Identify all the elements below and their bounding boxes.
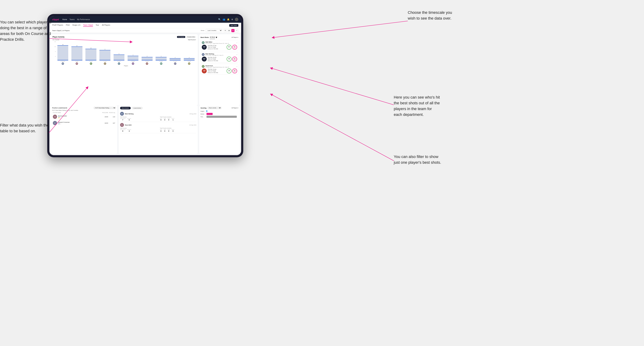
subnav-pgat[interactable]: PGAT Players: [52, 24, 63, 27]
player-avatar-1: BM: [62, 62, 64, 65]
subnav-team-clippd[interactable]: Team Clippd: [83, 24, 93, 27]
shot-chevron-3[interactable]: ›: [236, 65, 237, 67]
users-icon[interactable]: 👥: [222, 18, 225, 21]
all-players-label: All Players: [232, 37, 237, 38]
table-view-icon[interactable]: ▦: [228, 29, 231, 32]
least-active-tab[interactable]: Least Active: [132, 107, 143, 109]
shot-badge-label-2: SG: [204, 59, 205, 60]
all-shots-tab[interactable]: All Shots: [210, 36, 215, 39]
x-label-3: D. Ford: [84, 61, 98, 62]
bar-9: [170, 58, 180, 60]
players-filter-chevron: ▾: [238, 37, 238, 38]
shot-chevron-2[interactable]: ›: [236, 54, 237, 56]
birdies-bar-container: 96: [206, 113, 238, 115]
shot-badge-2: 200 SG: [202, 57, 207, 61]
scoring-all-players-label: All Players: [232, 107, 237, 109]
most-active-tab[interactable]: Most Active: [120, 107, 131, 109]
pb-col-headers: PLAYER NAME PB SCORE PB AVG SQ: [52, 112, 116, 113]
ma-player-info-2: RB Rees Britt: [120, 123, 132, 127]
pb-player-info-2: Edward Crossman 🥈 ②: [58, 121, 101, 125]
shot-info-1: Shot Dist: 67 yds Start Lie: Rough End L…: [208, 45, 226, 49]
bell-icon[interactable]: 🔔: [227, 18, 230, 21]
bar-highlight-2: [72, 60, 82, 60]
subnav-all-players[interactable]: All Players: [102, 24, 110, 27]
shot-metric-dist-3: 16 yds: [226, 68, 232, 73]
shot-player-info-2: BM Blair McHarg 23 Jul 2023 · Ashridge G…: [202, 53, 223, 56]
shot-metric-circle-rem-1: 0 yds: [232, 45, 237, 50]
all-players-filter[interactable]: All Players ▾: [232, 37, 238, 38]
bar-group-7: 3: [140, 56, 154, 60]
pb-dropdown[interactable]: PUTT Must Make Putting ...: [94, 107, 116, 109]
shot-dist-1: Shot Dist: 67 yds: [208, 45, 226, 46]
ma-rounds-row-1: Tournament 7 Practice 6: [120, 118, 156, 121]
timescale-select[interactable]: Last 3 months Last month Last 6 months L…: [206, 29, 222, 32]
pb-player-info-1: Richard Butler 🥇 ①: [58, 115, 101, 118]
ma-tournament-val-2: 8: [120, 130, 126, 132]
shot-chevron-1[interactable]: ›: [236, 42, 237, 44]
shot-card-1[interactable]: MM Matt Miller 09 Jun 2023 · Royal North…: [200, 40, 238, 51]
scoring-par-filter[interactable]: Par 3, 4 & 5s: [208, 107, 222, 109]
bar-10: [184, 58, 195, 60]
shot-card-3[interactable]: DF David Ford 24 Aug 2023 · Royal North …: [200, 64, 238, 75]
bottom-left: Practice Leaderboards PUTT Must Make Put…: [51, 105, 198, 154]
shot-metric-circle-dist-1: 67 yds: [226, 45, 232, 50]
ma-practice-row-2: GTT 0 APP 0 ARG: [160, 129, 196, 132]
avatar-item-5: EE: [112, 62, 126, 65]
pb-avatar-1: RB: [53, 115, 57, 119]
scoring-player-filter[interactable]: All Players ▾: [232, 107, 238, 109]
bar-top-3: [86, 49, 96, 49]
ma-name-2: Rees Britt: [125, 124, 132, 126]
add-team-button[interactable]: Add Team: [229, 24, 238, 27]
practice-drills-toggle[interactable]: Practice Drills: [186, 36, 196, 38]
ma-date-2: 02 Sep 2023: [189, 124, 196, 126]
on-course-toggle[interactable]: On Course: [177, 36, 185, 38]
bar-highlight-6: [128, 60, 138, 60]
pb-title: Practice Leaderboards: [52, 107, 67, 109]
chevron-shots-icon: ▾: [216, 36, 217, 39]
team-title: Team Clippd | 14 Players: [52, 30, 201, 31]
shot-card-header-2: BM Blair McHarg 23 Jul 2023 · Ashridge G…: [202, 53, 237, 56]
shot-player-info-3: DF David Ford 24 Aug 2023 · Royal North …: [202, 65, 229, 68]
bar-top-6: [128, 56, 138, 56]
shot-metric-unit-rem-2: yds: [234, 59, 235, 60]
nav-performance[interactable]: My Performance: [77, 18, 90, 20]
pb-row-2[interactable]: EC Edward Crossman 🥈 ② 18/20 107: [52, 120, 116, 126]
grid-view-icon[interactable]: ⊞: [224, 29, 227, 32]
subnav-hcaps[interactable]: Hcaps 1-5: [72, 24, 80, 27]
bar-chart: 15 10 5 0 13: [52, 41, 196, 60]
x-label-4: J. Coles: [98, 61, 112, 62]
bs-header: Best Shots All Shots ▾ All Players ▾: [200, 36, 238, 39]
card-view-icon[interactable]: ♥: [231, 29, 234, 32]
list-view-icon[interactable]: ≡: [235, 29, 238, 32]
avatar-item-2: BB: [70, 62, 84, 65]
nav-home[interactable]: Home: [62, 18, 67, 20]
user-avatar[interactable]: [235, 18, 238, 21]
ma-gtt-2: GTT 0: [160, 129, 162, 132]
nav-teams[interactable]: Teams: [70, 18, 74, 20]
most-active-section: Most Active Least Active BM Blair McHarg…: [119, 105, 198, 154]
player-avatar-8: MM: [160, 62, 162, 65]
chart-dropdown[interactable]: Total Rounds ▾: [188, 39, 196, 40]
shot-metric-num-rem-3: 0: [234, 70, 235, 71]
ma-app-2: APP 0: [164, 129, 166, 132]
pb-row-1[interactable]: RB Richard Butler 🥇 ① 19/20 110: [52, 114, 116, 120]
search-icon[interactable]: 🔍: [218, 18, 221, 21]
scoring-section: Scoring Par 3, 4 & 5s All Players ▾ Eagl…: [199, 105, 240, 154]
ma-player-info-1: BM Blair McHarg: [120, 112, 134, 116]
shot-start-3: Start Lie: Rough: [208, 70, 226, 72]
shot-card-2[interactable]: BM Blair McHarg 23 Jul 2023 · Ashridge G…: [200, 52, 238, 63]
scoring-header: Scoring Par 3, 4 & 5s All Players ▾: [200, 107, 238, 109]
y-label-10: 10: [54, 46, 56, 47]
pb-rank-1: ①: [60, 117, 61, 118]
plus-circle-icon[interactable]: ⊕: [231, 18, 233, 21]
ma-arg-2: ARG 0: [168, 129, 170, 132]
bar-6: [128, 56, 138, 60]
bar-val-10: 2: [189, 57, 189, 58]
subnav-tour[interactable]: Tour: [96, 24, 99, 27]
ma-tournament-col-2: Tournament 8: [120, 129, 126, 132]
pb-subtitle: PUTT Must Make Putting (3-6 ft), Last 3 …: [52, 110, 116, 111]
subnav-pga[interactable]: PGA: [66, 24, 70, 27]
ma-putt-1: PUTT 1: [172, 118, 174, 121]
ma-tournament-col-1: Tournament 7: [120, 118, 126, 121]
shot-metric-unit-3: yds: [228, 71, 230, 72]
